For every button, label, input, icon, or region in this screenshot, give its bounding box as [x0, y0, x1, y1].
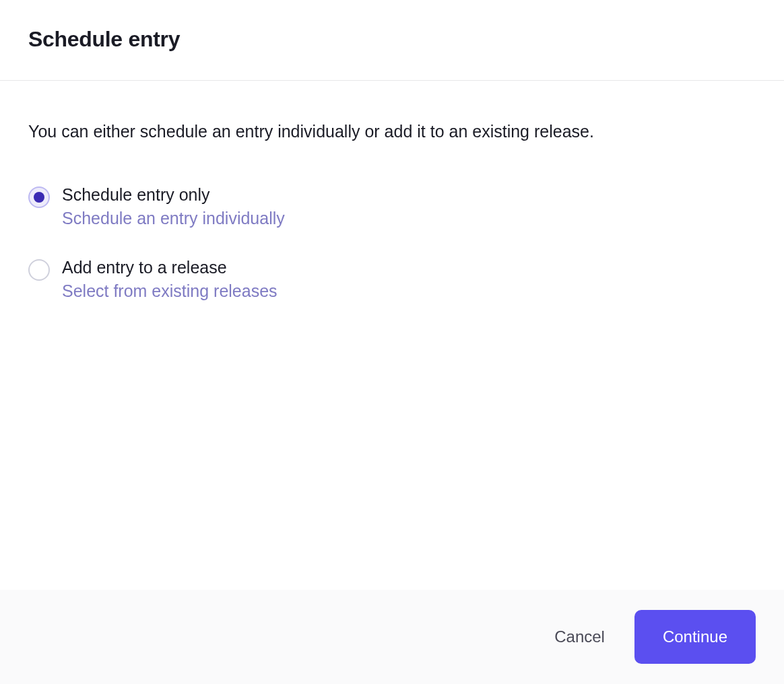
modal-title: Schedule entry [28, 27, 756, 52]
radio-icon [28, 186, 50, 208]
option-label: Add entry to a release [62, 258, 277, 277]
option-label: Schedule entry only [62, 185, 285, 205]
option-sublabel: Schedule an entry individually [62, 209, 285, 228]
cancel-button[interactable]: Cancel [554, 627, 605, 646]
modal-description: You can either schedule an entry individ… [28, 120, 756, 143]
option-add-entry-to-release[interactable]: Add entry to a release Select from exist… [28, 258, 756, 301]
modal-content: You can either schedule an entry individ… [0, 81, 784, 590]
continue-button[interactable]: Continue [634, 610, 756, 664]
radio-group: Schedule entry only Schedule an entry in… [28, 185, 756, 301]
option-text: Schedule entry only Schedule an entry in… [62, 185, 285, 228]
option-text: Add entry to a release Select from exist… [62, 258, 277, 301]
modal-header: Schedule entry [0, 0, 784, 81]
option-schedule-entry-only[interactable]: Schedule entry only Schedule an entry in… [28, 185, 756, 228]
modal-footer: Cancel Continue [0, 590, 784, 684]
radio-icon [28, 259, 50, 281]
option-sublabel: Select from existing releases [62, 281, 277, 301]
